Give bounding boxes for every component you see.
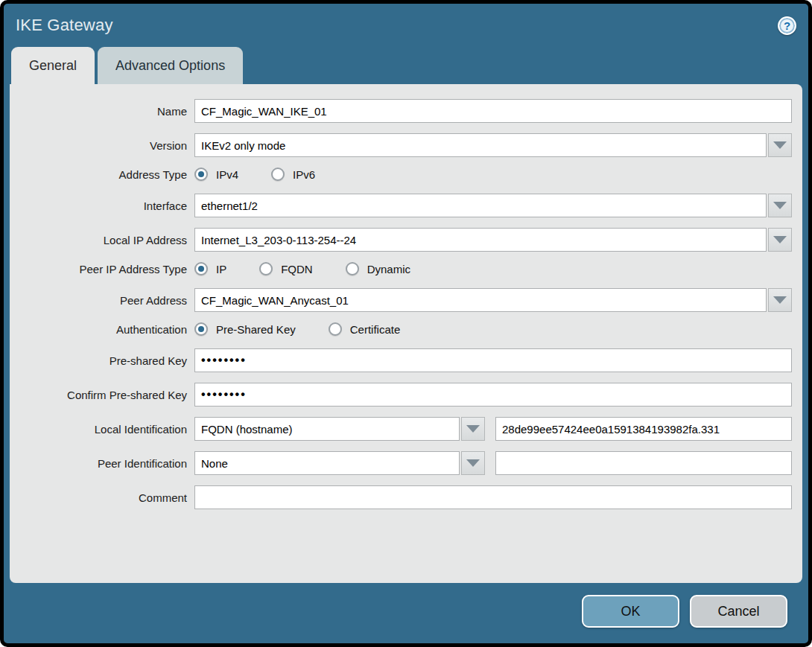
row-interface: Interface bbox=[10, 194, 792, 217]
chevron-down-icon bbox=[773, 141, 787, 149]
general-tab-panel: Name Version Address Type bbox=[10, 84, 802, 583]
peer-ip-address-type-label: Peer IP Address Type bbox=[10, 263, 194, 275]
radio-ip[interactable]: IP bbox=[194, 262, 226, 275]
radio-pre-shared-key-label: Pre-Shared Key bbox=[216, 323, 296, 336]
row-peer-identification: Peer Identification bbox=[10, 451, 792, 475]
radio-button-icon bbox=[194, 322, 208, 336]
dialog-footer: OK Cancel bbox=[4, 583, 808, 640]
comment-label: Comment bbox=[10, 491, 194, 504]
row-pre-shared-key: Pre-shared Key bbox=[10, 348, 792, 372]
version-select[interactable] bbox=[194, 133, 767, 157]
version-dropdown-button[interactable] bbox=[768, 133, 792, 157]
name-input[interactable] bbox=[194, 99, 792, 123]
dialog-title: IKE Gateway bbox=[16, 16, 113, 35]
local-identification-dropdown-button[interactable] bbox=[461, 417, 485, 441]
row-local-identification: Local Identification bbox=[10, 417, 792, 441]
radio-button-icon bbox=[271, 168, 285, 181]
interface-dropdown-button[interactable] bbox=[768, 194, 792, 217]
authentication-label: Authentication bbox=[10, 323, 194, 336]
peer-address-dropdown-button[interactable] bbox=[768, 288, 792, 312]
chevron-down-icon bbox=[466, 459, 480, 467]
name-label: Name bbox=[10, 105, 194, 118]
version-label: Version bbox=[10, 139, 194, 152]
radio-button-icon bbox=[329, 322, 342, 336]
help-glyph: ? bbox=[784, 19, 790, 32]
local-ip-address-select[interactable] bbox=[194, 228, 767, 252]
radio-fqdn[interactable]: FQDN bbox=[259, 262, 313, 275]
radio-button-icon bbox=[346, 262, 359, 275]
ok-button[interactable]: OK bbox=[582, 595, 679, 628]
confirm-pre-shared-key-label: Confirm Pre-shared Key bbox=[10, 389, 194, 401]
help-icon[interactable]: ? bbox=[778, 16, 796, 35]
peer-address-label: Peer Address bbox=[10, 294, 194, 307]
chevron-down-icon bbox=[773, 202, 787, 209]
radio-certificate-label: Certificate bbox=[350, 323, 401, 336]
dialog-titlebar: IKE Gateway ? bbox=[4, 4, 808, 47]
row-comment: Comment bbox=[10, 485, 792, 509]
local-ip-dropdown-button[interactable] bbox=[768, 228, 792, 252]
row-peer-ip-address-type: Peer IP Address Type IP FQDN Dynamic bbox=[10, 262, 792, 275]
row-name: Name bbox=[10, 99, 792, 123]
interface-label: Interface bbox=[10, 200, 194, 212]
confirm-pre-shared-key-input[interactable] bbox=[194, 383, 792, 407]
local-identification-type-select[interactable] bbox=[194, 417, 460, 441]
radio-button-icon bbox=[259, 262, 273, 275]
peer-identification-dropdown-button[interactable] bbox=[461, 451, 485, 475]
peer-identification-value-input[interactable] bbox=[495, 451, 792, 475]
row-local-ip-address: Local IP Address bbox=[10, 228, 792, 252]
local-identification-label: Local Identification bbox=[10, 423, 194, 436]
radio-ipv4-label: IPv4 bbox=[216, 168, 238, 181]
chevron-down-icon bbox=[773, 236, 787, 243]
address-type-label: Address Type bbox=[10, 168, 194, 181]
radio-ipv6[interactable]: IPv6 bbox=[271, 168, 315, 181]
peer-identification-type-select[interactable] bbox=[194, 451, 460, 475]
tab-bar: General Advanced Options bbox=[4, 47, 808, 84]
radio-pre-shared-key[interactable]: Pre-Shared Key bbox=[194, 322, 296, 336]
row-address-type: Address Type IPv4 IPv6 bbox=[10, 168, 792, 181]
ike-gateway-dialog: IKE Gateway ? General Advanced Options N… bbox=[0, 0, 812, 647]
interface-select[interactable] bbox=[194, 194, 767, 217]
radio-ipv6-label: IPv6 bbox=[293, 168, 315, 181]
pre-shared-key-input[interactable] bbox=[194, 348, 792, 372]
radio-button-icon bbox=[194, 262, 208, 275]
radio-dynamic-label: Dynamic bbox=[367, 263, 410, 275]
tab-advanced-options[interactable]: Advanced Options bbox=[98, 47, 243, 84]
local-ip-address-label: Local IP Address bbox=[10, 234, 194, 246]
local-identification-value-input[interactable] bbox=[495, 417, 792, 441]
radio-ip-label: IP bbox=[216, 263, 226, 275]
row-version: Version bbox=[10, 133, 792, 157]
chevron-down-icon bbox=[773, 296, 787, 304]
chevron-down-icon bbox=[466, 425, 480, 433]
row-confirm-pre-shared-key: Confirm Pre-shared Key bbox=[10, 383, 792, 407]
radio-fqdn-label: FQDN bbox=[281, 263, 313, 275]
peer-identification-label: Peer Identification bbox=[10, 457, 194, 470]
pre-shared-key-label: Pre-shared Key bbox=[10, 354, 194, 367]
comment-input[interactable] bbox=[194, 485, 792, 509]
tab-general[interactable]: General bbox=[11, 47, 95, 84]
radio-ipv4[interactable]: IPv4 bbox=[194, 168, 238, 181]
cancel-button[interactable]: Cancel bbox=[690, 595, 787, 628]
radio-button-icon bbox=[194, 168, 208, 181]
peer-address-select[interactable] bbox=[194, 288, 767, 312]
row-authentication: Authentication Pre-Shared Key Certificat… bbox=[10, 322, 792, 336]
radio-certificate[interactable]: Certificate bbox=[329, 322, 401, 336]
row-peer-address: Peer Address bbox=[10, 288, 792, 312]
radio-dynamic[interactable]: Dynamic bbox=[346, 262, 410, 275]
